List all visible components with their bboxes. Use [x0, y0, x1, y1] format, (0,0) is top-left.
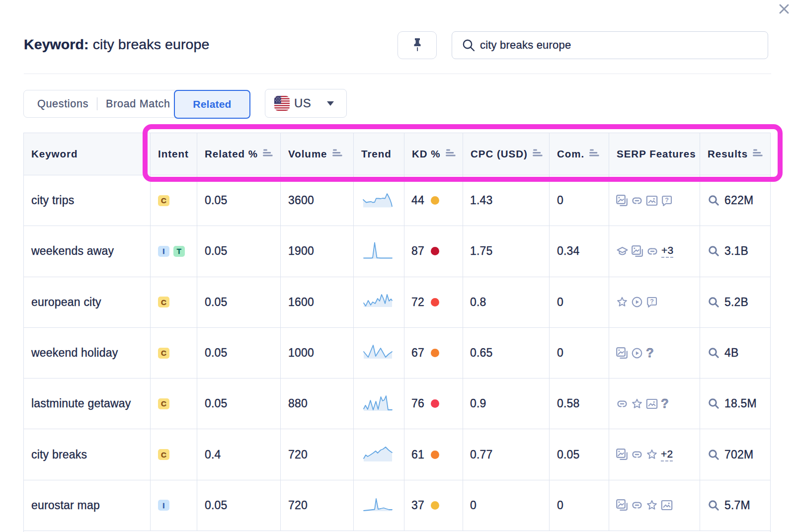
svg-text:?: ?	[665, 196, 669, 203]
svg-text:?: ?	[650, 298, 654, 305]
